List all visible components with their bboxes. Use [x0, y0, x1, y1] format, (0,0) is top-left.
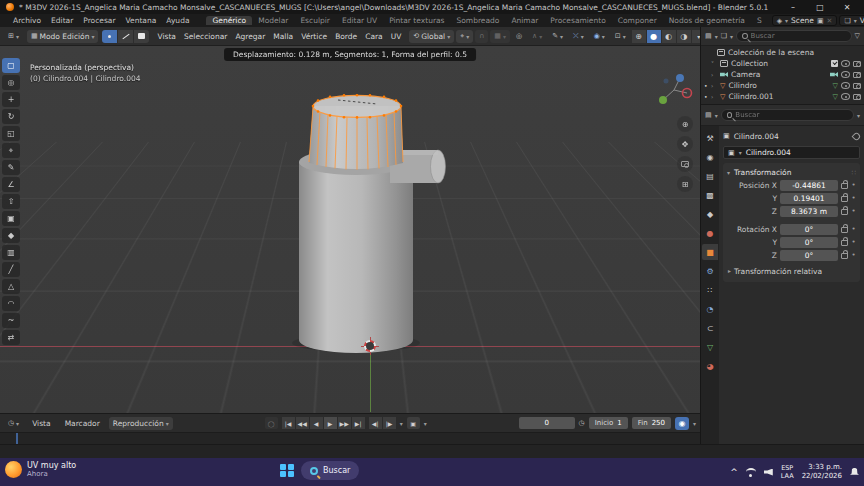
lock-icon[interactable] [841, 196, 848, 202]
network-icon[interactable] [746, 468, 756, 476]
exclude-checkbox[interactable] [831, 60, 838, 67]
outliner-row-collection[interactable]: ˅Collection [701, 58, 864, 69]
viewport-menu-agregar[interactable]: Agregar [231, 32, 269, 41]
solid-shading-button[interactable]: ● [647, 30, 661, 43]
viewport-menu-borde[interactable]: Borde [331, 32, 361, 41]
zoom-icon[interactable]: ⊕ [677, 116, 693, 132]
lock-icon[interactable] [841, 209, 848, 215]
taskbar-search[interactable]: Buscar [301, 461, 359, 480]
close-button[interactable]: ✕ [836, 3, 858, 12]
tool-annotate-button[interactable]: ✎ [2, 160, 20, 175]
jump-to-end-button[interactable]: ▶| [352, 417, 365, 429]
windows-start-button[interactable] [280, 464, 294, 478]
transform-value-field[interactable]: 0° [780, 224, 838, 235]
navigation-gizmo[interactable] [654, 70, 694, 110]
orientation-dropdown[interactable]: ⟲ Global ▾ [409, 30, 454, 43]
current-frame-field[interactable]: 0 [519, 417, 575, 429]
pan-hand-icon[interactable]: ✥ [677, 136, 693, 152]
tool-move-button[interactable]: + [2, 92, 20, 107]
next-keyframe-button[interactable]: ▶▶ [338, 417, 351, 429]
chevron-down-icon[interactable]: ▾ [400, 420, 403, 427]
frame-forward-button[interactable]: |▶ [383, 417, 396, 429]
play-reverse-button[interactable]: ◀ [310, 417, 323, 429]
properties-tab-object[interactable]: ■ [702, 244, 718, 260]
play-button[interactable]: ▶ [324, 417, 337, 429]
timeline-menu-reproduccion[interactable]: Reproducción▾ [109, 417, 173, 430]
material-shading-button[interactable]: ◐ [662, 30, 676, 43]
hide-eye-icon[interactable] [841, 71, 850, 78]
model-cylinders[interactable] [280, 91, 450, 401]
chevron-right-icon[interactable]: › [711, 82, 717, 89]
workspace-tab-nodos-de-geometria[interactable]: Nodos de geometría [663, 16, 751, 25]
workspace-tab-pintar-texturas[interactable]: Pintar texturas [383, 16, 450, 25]
grid-toggle-icon[interactable]: ⊞ [677, 176, 693, 192]
viewport-menu-uv[interactable]: UV [387, 32, 406, 41]
tool-edge-slide-button[interactable]: ⇄ [2, 330, 20, 345]
frame-back-button[interactable]: ◀| [369, 417, 382, 429]
prev-keyframe-button[interactable]: ◀◀ [296, 417, 309, 429]
chevron-down-icon[interactable]: ˅ [711, 60, 717, 67]
menu-ayuda[interactable]: Ayuda [161, 16, 194, 25]
object-name-field[interactable]: ▣ ▾ Cilindro.004 [723, 146, 860, 159]
pivot-point-dropdown[interactable]: ⌖▾ [456, 30, 473, 43]
timeline-menu-vista[interactable]: Vista [27, 419, 56, 428]
properties-tab-constraints[interactable]: ⊂ [702, 320, 718, 336]
annotation-dropdown[interactable]: ✎▾ [548, 30, 567, 43]
tool-extrude-button[interactable]: ⇧ [2, 194, 20, 209]
properties-tab-tool[interactable]: ⚒ [702, 130, 718, 146]
edge-select-button[interactable] [118, 30, 133, 43]
properties-tab-material[interactable]: ◕ [702, 358, 718, 374]
animate-dot[interactable]: • [851, 225, 856, 233]
render-visibility-icon[interactable] [853, 83, 861, 89]
frame-start-field[interactable]: Inicio1 [589, 417, 628, 429]
workspace-tab-s[interactable]: S [751, 16, 768, 25]
properties-tab-data[interactable]: ▽ [702, 339, 718, 355]
keying-set-button[interactable]: ▣ [407, 417, 420, 429]
menu-archivo[interactable]: Archivo [8, 16, 46, 25]
menu-procesar[interactable]: Procesar [78, 16, 120, 25]
proportional-falloff-dropdown[interactable]: ∧▾ [528, 30, 546, 43]
properties-tab-output[interactable]: ▤ [702, 168, 718, 184]
chevron-down-icon[interactable]: ▾ [857, 112, 860, 119]
animate-dot[interactable]: • [851, 251, 856, 259]
hide-eye-icon[interactable] [841, 93, 850, 100]
workspace-tab-sombreado[interactable]: Sombreado [450, 16, 505, 25]
transform-value-field[interactable]: -0.44861 [780, 180, 838, 191]
outliner-search[interactable] [736, 30, 852, 42]
new-scene-icon[interactable]: ▣ [817, 17, 824, 25]
properties-tab-render[interactable]: ◉ [702, 149, 718, 165]
transform-value-field[interactable]: 8.3673 m [780, 206, 838, 217]
outliner-row-cilindro-001[interactable]: •›▽Cilindro.001▽ [701, 91, 864, 102]
chevron-right-icon[interactable]: › [711, 71, 717, 78]
transform-value-field[interactable]: 0° [780, 250, 838, 261]
gizmos-dropdown[interactable]: ⤫▾ [569, 30, 588, 43]
hide-eye-icon[interactable] [841, 82, 850, 89]
tool-inset-faces-button[interactable]: ▣ [2, 211, 20, 226]
chevron-down-icon[interactable]: ▾ [424, 420, 427, 427]
playback-sync-icon[interactable]: ◉ [675, 417, 689, 430]
snap-settings-dropdown[interactable]: ▦▾ [490, 30, 510, 43]
maximize-button[interactable]: □ [809, 3, 831, 12]
menu-editar[interactable]: Editar [46, 16, 78, 25]
tray-caret-icon[interactable]: ^ [730, 467, 738, 477]
properties-tab-scene[interactable]: ◆ [702, 206, 718, 222]
outliner-search-input[interactable] [751, 32, 846, 40]
animate-dot[interactable]: • [851, 194, 856, 202]
rendered-shading-button[interactable]: ◑ [677, 30, 691, 43]
tool-scale-button[interactable]: ◱ [2, 126, 20, 141]
tool-loop-cut-button[interactable]: ▥ [2, 245, 20, 260]
vertex-select-button[interactable] [102, 30, 117, 43]
overlays-dropdown[interactable]: ◉▾ [590, 30, 609, 43]
viewport-3d[interactable]: Desplazamiento: 0.128 m, Segmentos: 1, F… [0, 46, 700, 413]
tool-measure-button[interactable]: ∠ [2, 177, 20, 192]
lock-icon[interactable] [841, 227, 848, 233]
record-button[interactable]: ◯ [265, 417, 278, 429]
chevron-right-icon[interactable]: › [711, 93, 717, 100]
animate-dot[interactable]: • [851, 238, 856, 246]
transform-value-field[interactable]: 0.19401 [780, 193, 838, 204]
timeline-editor-type-button[interactable]: ◷ ▾ [4, 417, 23, 430]
tool-select-box-button[interactable]: ▢ [2, 58, 20, 73]
tool-knife-button[interactable]: ╱ [2, 262, 20, 277]
lock-icon[interactable] [841, 240, 848, 246]
transform-panel-header[interactable]: ▾ Transformación ∷ [727, 166, 856, 179]
